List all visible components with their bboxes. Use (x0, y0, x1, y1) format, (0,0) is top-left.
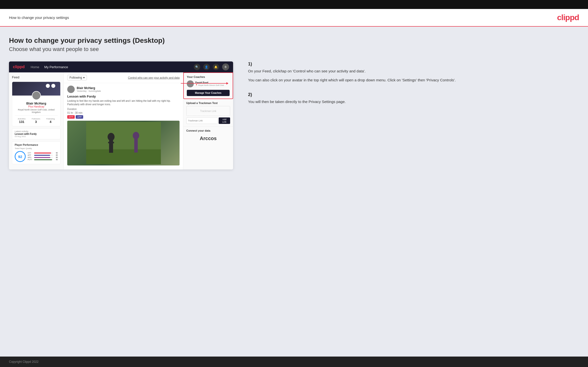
step-1-text2: You can also click on your avatar in the… (248, 77, 574, 83)
trackman-input[interactable] (186, 117, 218, 124)
header-title: How to change your privacy settings (9, 15, 69, 20)
stat-activities-label: Activities (18, 118, 26, 120)
demo-section: clippd Home My Performance 🔍 👤 🔔 B (9, 61, 579, 169)
header: How to change your privacy settings clip… (0, 9, 588, 27)
post-title: Lesson with Fordy (67, 95, 180, 98)
profile-club: Royal North Devon Golf Club, United King… (15, 108, 58, 113)
latest-date: 03 Aug 2022 (15, 135, 58, 138)
bar-putt-label: PUTT (28, 159, 33, 160)
control-privacy-link[interactable]: Control who can see your activity and da… (128, 76, 180, 79)
stat-following: Following 4 (46, 118, 55, 124)
red-arrow-line (181, 83, 228, 84)
manage-coaches-button[interactable]: Manage Your Coaches (187, 90, 230, 96)
app-body: Feed Blair McHarg Pl (9, 72, 233, 169)
perf-title: Player Performance (15, 144, 58, 146)
footer: Copyright Clippd 2022 (0, 357, 588, 367)
top-bar (0, 0, 588, 9)
perf-quality-label: Total Player Quality (15, 147, 58, 150)
instructions-panel: 1) On your Feed, click/tap on 'Control w… (243, 61, 579, 114)
nav-link-my-performance[interactable]: My Performance (44, 65, 68, 69)
bar-ott-label: OTT (28, 152, 33, 154)
red-arrow-head (226, 82, 228, 85)
step-1-text1: On your Feed, click/tap on 'Control who … (248, 68, 574, 74)
coach-name: David Ford (195, 81, 224, 84)
quality-circle: 92 (15, 151, 26, 162)
profile-banner (12, 82, 60, 96)
main-content: How to change your privacy settings (Des… (0, 27, 588, 357)
bar-app-label: APP (28, 154, 33, 156)
post-meta: Yesterday · Sunningdale (77, 90, 101, 92)
red-top-line (183, 72, 233, 73)
bar-arg-label: ARG (28, 157, 33, 158)
app-nav-links: Home My Performance (31, 65, 194, 69)
nav-link-home[interactable]: Home (31, 65, 39, 69)
chevron-down-icon: ▾ (83, 76, 85, 79)
post-duration-label: Duration (67, 108, 180, 110)
bar-putt-bg (34, 159, 53, 160)
following-label: Following (69, 76, 82, 79)
duration-label-text: Duration (67, 108, 77, 110)
svg-point-5 (133, 132, 139, 139)
perf-bars: OTT 90 APP 85 (28, 152, 58, 161)
step-2-text1: You will then be taken directly to the P… (248, 99, 574, 105)
coaches-section: Your Coaches David Ford 📍 Royal North De… (183, 72, 233, 99)
svg-point-2 (108, 133, 115, 141)
bar-app-fill (34, 155, 50, 156)
post-avatar (67, 86, 75, 93)
stat-activities: Activities 131 (18, 118, 26, 124)
app-nav: clippd Home My Performance 🔍 👤 🔔 B (9, 61, 233, 72)
user-icon[interactable]: 👤 (203, 64, 210, 70)
trackman-input-row: Add Link (186, 117, 230, 124)
trackman-placeholder: Trackman Link (186, 106, 230, 116)
bar-putt: PUTT 96 (28, 159, 58, 160)
profile-banner-balls (46, 84, 55, 88)
footer-copyright: Copyright Clippd 2022 (9, 360, 39, 364)
profile-stats: Activities 131 Followers 3 Following (15, 115, 58, 124)
stat-activities-value: 131 (18, 120, 26, 124)
coach-club-text: Royal North Devon Golf Club (198, 84, 224, 86)
stat-followers-value: 3 (32, 120, 40, 124)
notification-icon[interactable]: 🔔 (213, 64, 219, 70)
tag-ott: OTT (67, 115, 75, 119)
trackman-section: Upload a Trackman Test Trackman Link Add… (183, 99, 233, 127)
post-author-info: Blair McHarg Yesterday · Sunningdale (77, 86, 101, 92)
stat-following-label: Following (46, 118, 55, 120)
svg-rect-1 (86, 149, 161, 164)
bar-arg: ARG 86 (28, 157, 58, 158)
location-icon: 📍 (195, 84, 198, 86)
svg-rect-6 (134, 139, 138, 153)
bar-app-bg (34, 155, 53, 156)
bar-ott: OTT 90 (28, 152, 58, 154)
post-image (67, 121, 180, 165)
latest-label: Latest Activity (15, 130, 58, 133)
tag-app: APP (76, 115, 83, 119)
instruction-step-2: 2) You will then be taken directly to th… (248, 92, 574, 105)
post-author: Blair McHarg (77, 86, 101, 90)
coach-item: David Ford 📍 Royal North Devon Golf Club (187, 80, 230, 87)
post-card: Blair McHarg Yesterday · Sunningdale Les… (64, 83, 183, 168)
coach-info: David Ford 📍 Royal North Devon Golf Club (195, 81, 224, 86)
latest-name: Lesson with Fordy (15, 133, 58, 135)
bar-arg-fill (34, 157, 50, 158)
arccos-logo: Arccos (186, 134, 230, 143)
bar-ott-bg (34, 153, 53, 154)
golf-scene-svg (86, 122, 161, 164)
add-link-button[interactable]: Add Link (219, 117, 230, 124)
stat-followers: Followers 3 (32, 118, 40, 124)
following-button[interactable]: Following ▾ (67, 75, 87, 80)
post-duration-value: 01 hr : 30 min (67, 111, 180, 114)
stat-followers-label: Followers (32, 118, 40, 120)
instruction-step-1: 1) On your Feed, click/tap on 'Control w… (248, 61, 574, 83)
feed-header: Following ▾ Control who can see your act… (64, 72, 183, 83)
page-title: How to change your privacy settings (Des… (9, 37, 579, 45)
bar-arg-bg (34, 157, 53, 158)
app-sidebar: Feed Blair McHarg Pl (9, 72, 64, 169)
user-avatar[interactable]: B (222, 63, 229, 70)
bar-app: APP 85 (28, 154, 58, 156)
feed-label: Feed (12, 75, 61, 79)
profile-name: Blair McHarg (15, 102, 58, 105)
golf-ball-2 (51, 84, 55, 88)
perf-body: 92 OTT 90 APP (15, 151, 58, 162)
search-icon[interactable]: 🔍 (194, 64, 200, 70)
coach-avatar (187, 80, 194, 87)
